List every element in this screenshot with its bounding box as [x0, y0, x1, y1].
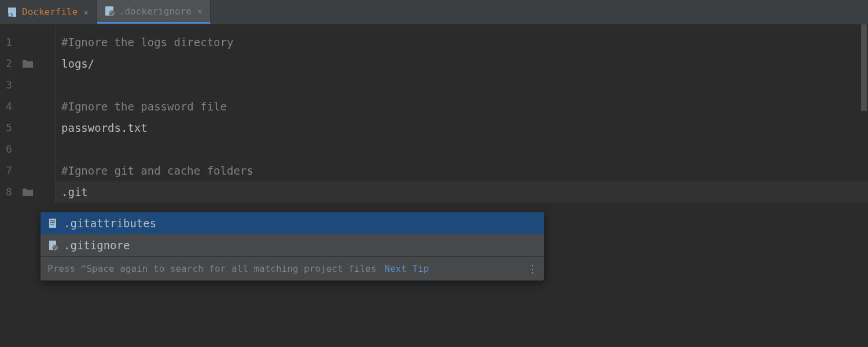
dockerignore-file-icon	[104, 6, 115, 16]
svg-rect-7	[50, 220, 55, 222]
svg-text:D: D	[9, 13, 12, 17]
gutter-row: 1	[0, 31, 55, 53]
tab-dockerfile[interactable]: D Dockerfile ✕	[0, 0, 97, 24]
file-icon	[47, 218, 58, 228]
svg-rect-8	[50, 222, 55, 223]
comment-text: #Ignore the password file	[61, 100, 227, 113]
code-text: .git	[61, 186, 88, 198]
code-line[interactable]: #Ignore the logs directory	[56, 31, 868, 53]
close-icon[interactable]: ✕	[82, 8, 89, 17]
code-line[interactable]: #Ignore git and cache folders	[56, 160, 868, 181]
folder-icon	[22, 59, 34, 68]
code-area[interactable]: #Ignore the logs directory logs/ #Ignore…	[56, 24, 868, 202]
svg-rect-6	[49, 219, 56, 228]
line-number: 3	[6, 79, 16, 91]
docker-file-icon: D	[7, 7, 17, 17]
line-number: 7	[6, 164, 16, 176]
code-line[interactable]	[56, 74, 868, 95]
code-line[interactable]	[56, 138, 868, 160]
gutter: 1 2 3 4 5 6 7 8	[0, 24, 56, 202]
gutter-row: 8	[0, 181, 55, 202]
gutter-row: 4	[0, 95, 55, 117]
tab-label: .dockerignore	[119, 6, 192, 17]
completion-item-gitignore[interactable]: .gitignore	[41, 234, 544, 256]
gutter-row: 2	[0, 53, 55, 74]
file-ignore-icon	[47, 240, 58, 250]
code-text: logs/	[61, 57, 94, 70]
more-icon[interactable]: ⋮	[527, 263, 537, 275]
editor: 1 2 3 4 5 6 7 8 #Ignore the logs directo…	[0, 24, 868, 202]
completion-text: .gitattributes	[64, 217, 156, 230]
line-number: 1	[6, 36, 16, 48]
code-line[interactable]: #Ignore the password file	[56, 95, 868, 117]
tab-label: Dockerfile	[22, 6, 78, 17]
code-text: passwords.txt	[61, 121, 148, 134]
close-icon[interactable]: ✕	[196, 6, 203, 16]
completion-item-gitattributes[interactable]: .gitattributes	[41, 212, 544, 234]
line-number: 8	[6, 186, 16, 198]
line-number: 5	[6, 121, 16, 134]
svg-rect-9	[50, 224, 54, 225]
line-number: 2	[6, 57, 16, 69]
gutter-row: 5	[0, 117, 55, 138]
line-number: 6	[6, 143, 16, 155]
code-line-current[interactable]: .git	[56, 181, 868, 202]
completion-text: .gitignore	[64, 239, 130, 252]
completion-footer: Press ^Space again to search for all mat…	[41, 256, 544, 280]
comment-text: #Ignore the logs directory	[61, 36, 233, 49]
folder-icon	[22, 187, 34, 197]
gutter-row: 3	[0, 74, 55, 95]
code-line[interactable]: logs/	[56, 53, 868, 74]
gutter-row: 7	[0, 160, 55, 181]
scrollbar-track[interactable]	[860, 24, 868, 347]
next-tip-link[interactable]: Next Tip	[384, 263, 429, 274]
completion-popup: .gitattributes .gitignore Press ^Space a…	[41, 212, 544, 280]
scrollbar-thumb[interactable]	[861, 24, 867, 111]
line-number: 4	[6, 100, 16, 112]
comment-text: #Ignore git and cache folders	[61, 164, 253, 177]
completion-hint: Press ^Space again to search for all mat…	[47, 263, 376, 274]
code-line[interactable]: passwords.txt	[56, 117, 868, 138]
tab-bar: D Dockerfile ✕ .dockerignore ✕	[0, 0, 868, 24]
gutter-row: 6	[0, 138, 55, 160]
tab-dockerignore[interactable]: .dockerignore ✕	[97, 0, 211, 24]
